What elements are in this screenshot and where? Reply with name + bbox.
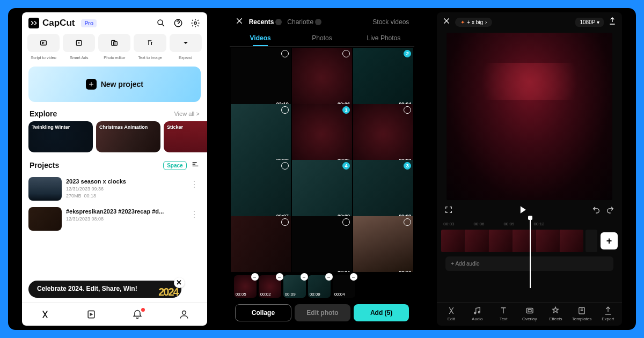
source-recents[interactable]: Recents	[249, 18, 282, 26]
new-project-button[interactable]: New project	[28, 67, 201, 102]
selection-indicator[interactable]	[281, 162, 289, 170]
source-second[interactable]: Charlotte	[287, 18, 321, 26]
selection-indicator[interactable]: 4	[342, 162, 350, 170]
promo-close-icon[interactable]: ✕	[174, 277, 185, 288]
selection-indicator[interactable]	[342, 218, 350, 226]
explore-view-all[interactable]: View all >	[174, 111, 199, 117]
selection-indicator[interactable]	[281, 50, 289, 57]
add-clip-button[interactable]: +	[601, 232, 618, 249]
clip-end[interactable]	[586, 230, 597, 252]
explore-card[interactable]: Sticker	[164, 121, 207, 152]
media-cell[interactable]: 00:04	[292, 216, 352, 273]
nav-edit[interactable]	[22, 303, 68, 326]
media-cell[interactable]: 02:19	[231, 48, 291, 108]
media-cell[interactable]: 100:05	[292, 104, 352, 164]
remove-icon[interactable]: −	[301, 273, 308, 281]
media-cell[interactable]: 00:07	[231, 160, 291, 220]
tray-item[interactable]: −00:04	[333, 275, 355, 298]
selection-tray[interactable]: −00:05−00:02−00:09−00:09−00:04	[230, 272, 415, 301]
tray-item[interactable]: −00:05	[234, 275, 257, 298]
export-icon[interactable]	[608, 17, 617, 27]
nav-me[interactable]	[161, 303, 207, 326]
tool-text-to-image[interactable]	[134, 34, 166, 52]
remove-icon[interactable]: −	[251, 273, 259, 281]
collage-button[interactable]: Collage	[235, 304, 292, 321]
project-title-pill[interactable]: ✦+ x big›	[455, 18, 492, 27]
sort-icon[interactable]	[191, 160, 200, 171]
media-grid[interactable]: 02:1900:06200:0400:02100:0500:0200:07400…	[230, 47, 415, 272]
editor-tool-audio[interactable]: Audio	[464, 306, 491, 321]
nav-templates[interactable]	[68, 303, 114, 326]
undo-icon[interactable]	[592, 205, 601, 216]
play-icon[interactable]	[517, 204, 528, 217]
selection-indicator[interactable]	[404, 218, 411, 226]
selection-indicator[interactable]: 1	[342, 106, 350, 114]
selection-indicator[interactable]	[281, 106, 289, 114]
remove-icon[interactable]: −	[325, 273, 333, 281]
edit-photo-button[interactable]: Edit photo	[295, 304, 350, 321]
tool-script-to-video[interactable]	[27, 34, 60, 52]
media-cell[interactable]: 300:09	[353, 160, 413, 220]
space-badge[interactable]: Space	[163, 161, 186, 170]
media-cell[interactable]: 00:06	[292, 48, 352, 108]
tray-item[interactable]: −00:02	[259, 275, 281, 298]
svg-point-5	[78, 42, 80, 44]
project-more-icon[interactable]: ⋮	[188, 177, 201, 201]
promo-banner[interactable]: Celebrate 2024. Edit, Share, Win! 2024 ✕	[28, 281, 181, 298]
editor-tool-overlay[interactable]: Overlay	[516, 306, 543, 321]
plus-icon	[86, 79, 97, 90]
tool-smart-ads[interactable]	[63, 34, 95, 52]
selection-indicator[interactable]	[342, 50, 350, 57]
media-cell[interactable]: 400:09	[292, 160, 352, 220]
project-item[interactable]: 2023 season x clocks 12/31/2023 09:36 27…	[28, 174, 201, 204]
project-item[interactable]: #ekspresikan2023 #2023recap #d... 12/31/…	[28, 204, 201, 234]
close-icon[interactable]	[235, 17, 244, 27]
source-stock[interactable]: Stock videos	[372, 18, 409, 26]
editor-tool-edit[interactable]: Edit	[438, 306, 464, 321]
video-clip[interactable]	[441, 230, 583, 252]
close-icon[interactable]	[442, 17, 451, 27]
help-icon[interactable]	[173, 18, 184, 28]
explore-card[interactable]: Twinkling Winter	[28, 121, 93, 152]
media-cell[interactable]: 00:02	[231, 104, 291, 164]
add-button[interactable]: Add (5)	[354, 304, 409, 321]
editor-tool-templates[interactable]: Templates	[569, 306, 595, 321]
fullscreen-icon[interactable]	[444, 205, 453, 216]
selection-indicator[interactable]: 2	[404, 50, 411, 57]
media-cell[interactable]: 200:04	[353, 48, 413, 108]
search-icon[interactable]	[156, 18, 166, 28]
tab-photos[interactable]: Photos	[291, 31, 353, 45]
selection-indicator[interactable]: 3	[404, 162, 411, 170]
projects-header: Projects Space	[22, 158, 207, 174]
editor-tool-effects[interactable]: Effects	[543, 306, 569, 321]
remove-icon[interactable]: −	[276, 273, 283, 281]
resolution-pill[interactable]: 1080P ▾	[575, 18, 604, 27]
tray-item[interactable]: −00:09	[283, 275, 306, 298]
editor-toolbar: EditAudioTextOverlayEffectsTemplatesExpo…	[437, 302, 622, 326]
tab-live-photos[interactable]: Live Photos	[353, 31, 414, 45]
media-cell[interactable]: 00:19	[353, 216, 413, 273]
editor-tool-text[interactable]: Text	[491, 306, 517, 321]
tray-item[interactable]: −00:09	[308, 275, 331, 298]
settings-icon[interactable]	[190, 18, 201, 28]
source-dot-icon	[315, 19, 321, 25]
tool-photo-editor[interactable]	[98, 34, 130, 52]
pro-badge[interactable]: Pro	[81, 19, 97, 27]
video-preview[interactable]	[447, 33, 612, 200]
tab-videos[interactable]: Videos	[230, 31, 291, 45]
media-cell[interactable]: 00:02	[353, 104, 413, 164]
tool-label: Smart Ads	[63, 55, 95, 60]
project-more-icon[interactable]: ⋮	[188, 207, 201, 231]
media-cell[interactable]	[231, 216, 291, 273]
remove-icon[interactable]: −	[350, 273, 357, 281]
nav-inbox[interactable]	[114, 303, 160, 326]
explore-row[interactable]: Twinkling Winter Christmas Animation Sti…	[22, 121, 207, 158]
explore-card[interactable]: Christmas Animation	[96, 121, 160, 152]
playhead[interactable]	[530, 218, 531, 288]
selection-indicator[interactable]	[404, 106, 411, 114]
redo-icon[interactable]	[606, 205, 614, 216]
selection-indicator[interactable]	[281, 218, 289, 226]
tool-expand[interactable]	[170, 34, 202, 52]
editor-tool-export[interactable]: Export	[595, 306, 621, 321]
timeline[interactable]: + + Add audio	[437, 227, 622, 273]
